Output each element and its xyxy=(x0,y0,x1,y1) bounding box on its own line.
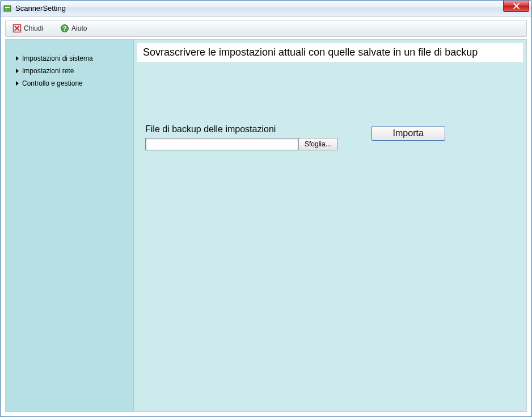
window-title: ScannerSetting xyxy=(15,4,66,12)
help-button[interactable]: ? Aiuto xyxy=(57,23,90,34)
svg-rect-0 xyxy=(4,6,11,11)
help-icon: ? xyxy=(60,24,69,33)
sidebar-item-network-settings[interactable]: Impostazioni rete xyxy=(16,66,129,76)
form-area: File di backup delle impostazioni Sfogli… xyxy=(134,62,526,150)
svg-point-2 xyxy=(6,9,7,10)
help-button-label: Aiuto xyxy=(71,24,87,32)
sidebar: Impostazioni di sistema Impostazioni ret… xyxy=(6,40,133,411)
sidebar-item-label: Impostazioni di sistema xyxy=(22,54,93,62)
import-button[interactable]: Importa xyxy=(371,126,445,141)
close-button[interactable]: Chiudi xyxy=(9,23,47,34)
body: Impostazioni di sistema Impostazioni ret… xyxy=(5,39,527,412)
app-window: ScannerSetting Chiudi ? Aiuto Impostazio… xyxy=(0,0,532,417)
app-icon xyxy=(3,4,12,13)
window-close-button[interactable] xyxy=(503,1,529,12)
sidebar-item-label: Controllo e gestione xyxy=(22,79,83,87)
sidebar-item-system-settings[interactable]: Impostazioni di sistema xyxy=(16,53,129,64)
backup-file-input[interactable] xyxy=(145,138,298,150)
close-button-label: Chiudi xyxy=(24,24,43,32)
close-icon xyxy=(12,24,22,33)
chevron-right-icon xyxy=(16,81,19,86)
svg-text:?: ? xyxy=(63,26,66,32)
window-buttons xyxy=(503,1,529,12)
sidebar-item-control-management[interactable]: Controllo e gestione xyxy=(16,78,129,89)
toolbar: Chiudi ? Aiuto xyxy=(5,20,527,37)
browse-button[interactable]: Sfoglia... xyxy=(298,138,337,150)
sidebar-item-label: Impostazioni rete xyxy=(22,67,74,75)
svg-rect-1 xyxy=(5,7,10,8)
backup-file-field-group: File di backup delle impostazioni Sfogli… xyxy=(145,124,337,150)
page-title: Sovrascrivere le impostazioni attuali co… xyxy=(137,43,523,62)
chevron-right-icon xyxy=(16,56,19,61)
chevron-right-icon xyxy=(16,69,19,73)
main-panel: Sovrascrivere le impostazioni attuali co… xyxy=(133,40,526,411)
titlebar[interactable]: ScannerSetting xyxy=(1,1,531,16)
file-row: Sfoglia... xyxy=(145,138,337,150)
backup-file-label: File di backup delle impostazioni xyxy=(145,124,337,134)
